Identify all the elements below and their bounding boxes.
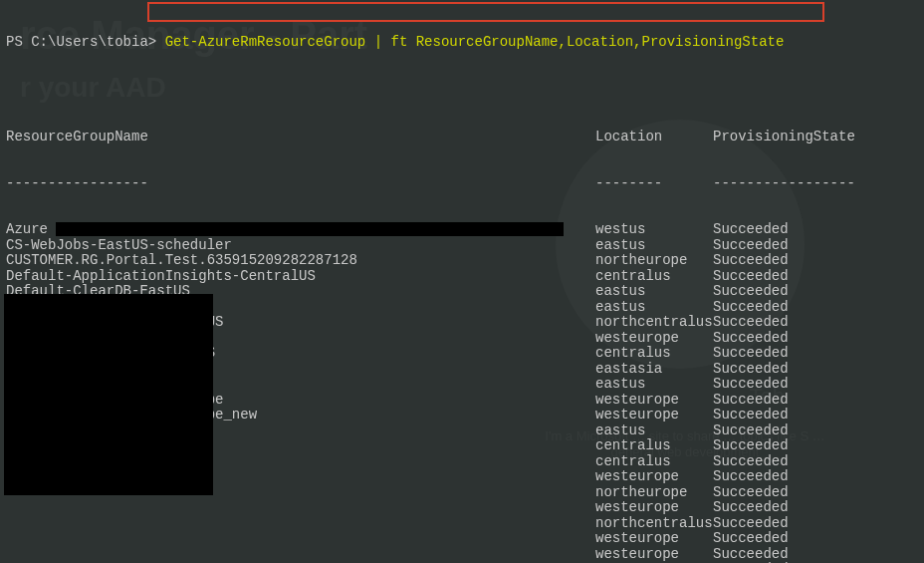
cell-name: Azure xyxy=(6,222,595,238)
cell-state: Succeeded xyxy=(713,393,918,409)
cell-state: Succeeded xyxy=(713,315,918,331)
cell-location: westeurope xyxy=(595,531,713,547)
cell-location: eastus xyxy=(595,423,713,439)
cell-state: Succeeded xyxy=(713,284,918,300)
cell-name xyxy=(6,547,595,563)
cell-state: Succeeded xyxy=(713,438,918,454)
cell-state: Succeeded xyxy=(713,346,918,362)
cell-location: westeurope xyxy=(595,393,713,409)
header-state: ProvisioningState xyxy=(713,130,918,145)
cell-name xyxy=(6,516,595,532)
blank-line xyxy=(6,84,918,100)
table-header: ResourceGroupNameLocationProvisioningSta… xyxy=(6,130,918,145)
cell-location: northeurope xyxy=(595,485,713,501)
underline-state: ----------------- xyxy=(713,176,918,192)
table-row: westeuropeSucceeded xyxy=(6,547,918,563)
cell-location: eastasia xyxy=(595,362,713,378)
underline-name: ----------------- xyxy=(6,176,595,192)
cell-state: Succeeded xyxy=(713,222,918,238)
cell-location: westeurope xyxy=(595,331,713,347)
cell-name xyxy=(6,531,595,547)
header-location: Location xyxy=(595,130,713,145)
cell-state: Succeeded xyxy=(713,485,918,501)
table-row: Azure westusSucceeded xyxy=(6,222,918,238)
cell-location: centralus xyxy=(595,269,713,285)
cell-state: Succeeded xyxy=(713,300,918,316)
cell-location: westeurope xyxy=(595,408,713,423)
prompt-line-1: PS C:\Users\tobia> Get-AzureRmResourceGr… xyxy=(6,35,918,51)
cell-state: Succeeded xyxy=(713,408,918,423)
redaction-block xyxy=(4,294,213,495)
redaction-bar xyxy=(56,222,564,236)
cell-location: westeurope xyxy=(595,547,713,563)
command-text: Get-AzureRmResourceGroup | ft ResourceGr… xyxy=(165,34,785,50)
cell-state: Succeeded xyxy=(713,253,918,269)
cell-state: Succeeded xyxy=(713,331,918,347)
cell-location: eastus xyxy=(595,238,713,254)
cell-location: centralus xyxy=(595,346,713,362)
cell-name: CS-WebJobs-EastUS-scheduler xyxy=(6,238,595,254)
cell-state: Succeeded xyxy=(713,269,918,285)
cell-name: CUSTOMER.RG.Portal.Test.6359152092822871… xyxy=(6,253,595,269)
cell-location: westus xyxy=(595,222,713,238)
table-row: CS-WebJobs-EastUS-schedulereastusSucceed… xyxy=(6,238,918,254)
cell-state: Succeeded xyxy=(713,531,918,547)
cell-location: centralus xyxy=(595,454,713,470)
cell-state: Succeeded xyxy=(713,238,918,254)
prompt-prefix: PS C:\Users\tobia> xyxy=(6,34,156,50)
underline-location: -------- xyxy=(595,176,713,192)
cell-location: northcentralus xyxy=(595,315,713,331)
cell-state: Succeeded xyxy=(713,377,918,393)
table-row: westeuropeSucceeded xyxy=(6,531,918,547)
cell-state: Succeeded xyxy=(713,500,918,516)
table-row: northcentralusSucceeded xyxy=(6,516,918,532)
cell-state: Succeeded xyxy=(713,362,918,378)
cell-state: Succeeded xyxy=(713,547,918,563)
cell-name: Default-ApplicationInsights-CentralUS xyxy=(6,269,595,285)
cell-location: eastus xyxy=(595,284,713,300)
cell-location: eastus xyxy=(595,300,713,316)
table-underline: ----------------------------------------… xyxy=(6,176,918,192)
table-row: westeuropeSucceeded xyxy=(6,500,918,516)
cell-location: eastus xyxy=(595,377,713,393)
cell-location: westeurope xyxy=(595,469,713,485)
table-row: CUSTOMER.RG.Portal.Test.6359152092822871… xyxy=(6,253,918,269)
cell-location: centralus xyxy=(595,438,713,454)
cell-location: northcentralus xyxy=(595,516,713,532)
table-row: Default-ApplicationInsights-CentralUScen… xyxy=(6,269,918,285)
cell-name xyxy=(6,500,595,516)
header-name: ResourceGroupName xyxy=(6,130,595,145)
cell-location: northeurope xyxy=(595,253,713,269)
cell-state: Succeeded xyxy=(713,423,918,439)
cell-state: Succeeded xyxy=(713,516,918,532)
cell-state: Succeeded xyxy=(713,454,918,470)
cell-location: westeurope xyxy=(595,500,713,516)
cell-state: Succeeded xyxy=(713,469,918,485)
